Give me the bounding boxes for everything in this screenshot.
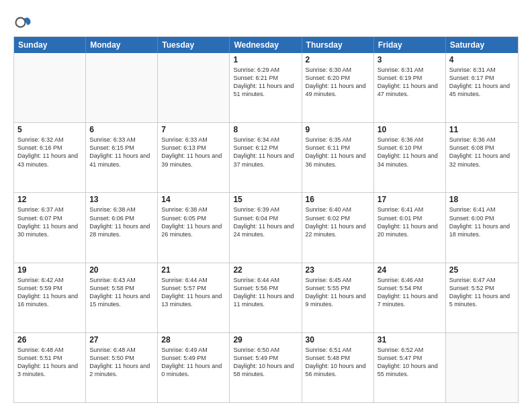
- calendar-body: 1Sunrise: 6:29 AM Sunset: 6:21 PM Daylig…: [14, 53, 518, 402]
- calendar-cell-4-4: 30Sunrise: 6:51 AM Sunset: 5:48 PM Dayli…: [302, 333, 374, 402]
- calendar-cell-3-5: 24Sunrise: 6:46 AM Sunset: 5:54 PM Dayli…: [374, 263, 446, 332]
- day-number: 27: [89, 335, 154, 345]
- calendar-cell-1-0: 5Sunrise: 6:32 AM Sunset: 6:16 PM Daylig…: [14, 123, 86, 192]
- calendar-cell-2-3: 15Sunrise: 6:39 AM Sunset: 6:04 PM Dayli…: [230, 193, 302, 262]
- cell-info: Sunrise: 6:44 AM Sunset: 5:57 PM Dayligh…: [161, 276, 226, 309]
- day-number: 26: [17, 335, 82, 345]
- calendar-cell-3-6: 25Sunrise: 6:47 AM Sunset: 5:52 PM Dayli…: [446, 263, 518, 332]
- calendar-cell-2-2: 14Sunrise: 6:38 AM Sunset: 6:05 PM Dayli…: [158, 193, 230, 262]
- day-number: 22: [233, 265, 298, 275]
- cell-info: Sunrise: 6:46 AM Sunset: 5:54 PM Dayligh…: [378, 276, 442, 309]
- calendar-cell-0-3: 1Sunrise: 6:29 AM Sunset: 6:21 PM Daylig…: [230, 53, 302, 122]
- calendar-cell-0-0: [14, 53, 86, 122]
- calendar-row-1: 5Sunrise: 6:32 AM Sunset: 6:16 PM Daylig…: [14, 122, 518, 192]
- calendar-cell-2-1: 13Sunrise: 6:38 AM Sunset: 6:06 PM Dayli…: [86, 193, 158, 262]
- day-number: 14: [161, 195, 226, 204]
- calendar: SundayMondayTuesdayWednesdayThursdayFrid…: [13, 36, 519, 403]
- day-number: 12: [17, 195, 82, 204]
- day-number: 2: [306, 55, 370, 64]
- day-number: 11: [449, 125, 515, 134]
- day-number: 17: [378, 195, 442, 204]
- day-number: 19: [17, 265, 82, 275]
- day-number: 20: [89, 265, 154, 275]
- cell-info: Sunrise: 6:47 AM Sunset: 5:52 PM Dayligh…: [449, 276, 515, 309]
- cell-info: Sunrise: 6:38 AM Sunset: 6:05 PM Dayligh…: [161, 205, 226, 238]
- calendar-cell-2-0: 12Sunrise: 6:37 AM Sunset: 6:07 PM Dayli…: [14, 193, 86, 262]
- calendar-cell-4-5: 31Sunrise: 6:52 AM Sunset: 5:47 PM Dayli…: [374, 333, 446, 402]
- cell-info: Sunrise: 6:48 AM Sunset: 5:50 PM Dayligh…: [89, 346, 154, 379]
- calendar-cell-3-3: 22Sunrise: 6:44 AM Sunset: 5:56 PM Dayli…: [230, 263, 302, 332]
- calendar-row-2: 12Sunrise: 6:37 AM Sunset: 6:07 PM Dayli…: [14, 192, 518, 262]
- cell-info: Sunrise: 6:37 AM Sunset: 6:07 PM Dayligh…: [17, 205, 82, 238]
- page: SundayMondayTuesdayWednesdayThursdayFrid…: [0, 0, 532, 411]
- day-number: 6: [89, 125, 154, 134]
- calendar-cell-4-2: 28Sunrise: 6:49 AM Sunset: 5:49 PM Dayli…: [158, 333, 230, 402]
- calendar-row-0: 1Sunrise: 6:29 AM Sunset: 6:21 PM Daylig…: [14, 53, 518, 122]
- day-number: 31: [378, 335, 442, 345]
- cell-info: Sunrise: 6:43 AM Sunset: 5:58 PM Dayligh…: [89, 276, 154, 309]
- calendar-cell-1-3: 8Sunrise: 6:34 AM Sunset: 6:12 PM Daylig…: [230, 123, 302, 192]
- calendar-cell-1-5: 10Sunrise: 6:36 AM Sunset: 6:10 PM Dayli…: [374, 123, 446, 192]
- calendar-cell-4-1: 27Sunrise: 6:48 AM Sunset: 5:50 PM Dayli…: [86, 333, 158, 402]
- calendar-cell-4-6: [446, 333, 518, 402]
- calendar-row-3: 19Sunrise: 6:42 AM Sunset: 5:59 PM Dayli…: [14, 263, 518, 332]
- header-day-saturday: Saturday: [446, 37, 518, 53]
- calendar-cell-1-6: 11Sunrise: 6:36 AM Sunset: 6:08 PM Dayli…: [446, 123, 518, 192]
- day-number: 23: [306, 265, 370, 275]
- cell-info: Sunrise: 6:41 AM Sunset: 6:00 PM Dayligh…: [449, 205, 515, 238]
- day-number: 3: [378, 55, 442, 64]
- day-number: 13: [89, 195, 154, 204]
- cell-info: Sunrise: 6:42 AM Sunset: 5:59 PM Dayligh…: [17, 276, 82, 309]
- cell-info: Sunrise: 6:36 AM Sunset: 6:10 PM Dayligh…: [378, 136, 442, 169]
- logo: [13, 12, 35, 31]
- cell-info: Sunrise: 6:31 AM Sunset: 6:19 PM Dayligh…: [378, 66, 442, 99]
- calendar-header: SundayMondayTuesdayWednesdayThursdayFrid…: [14, 37, 518, 53]
- cell-info: Sunrise: 6:30 AM Sunset: 6:20 PM Dayligh…: [306, 66, 370, 99]
- day-number: 8: [233, 125, 298, 134]
- cell-info: Sunrise: 6:32 AM Sunset: 6:16 PM Dayligh…: [17, 136, 82, 169]
- cell-info: Sunrise: 6:48 AM Sunset: 5:51 PM Dayligh…: [17, 346, 82, 379]
- cell-info: Sunrise: 6:39 AM Sunset: 6:04 PM Dayligh…: [233, 205, 298, 238]
- calendar-cell-0-2: [158, 53, 230, 122]
- cell-info: Sunrise: 6:49 AM Sunset: 5:49 PM Dayligh…: [161, 346, 226, 379]
- header-day-tuesday: Tuesday: [158, 37, 230, 53]
- header-day-sunday: Sunday: [14, 37, 86, 53]
- calendar-cell-4-0: 26Sunrise: 6:48 AM Sunset: 5:51 PM Dayli…: [14, 333, 86, 402]
- calendar-cell-4-3: 29Sunrise: 6:50 AM Sunset: 5:49 PM Dayli…: [230, 333, 302, 402]
- day-number: 28: [161, 335, 226, 345]
- calendar-cell-0-4: 2Sunrise: 6:30 AM Sunset: 6:20 PM Daylig…: [302, 53, 374, 122]
- cell-info: Sunrise: 6:31 AM Sunset: 6:17 PM Dayligh…: [449, 66, 515, 99]
- calendar-cell-3-4: 23Sunrise: 6:45 AM Sunset: 5:55 PM Dayli…: [302, 263, 374, 332]
- calendar-cell-2-5: 17Sunrise: 6:41 AM Sunset: 6:01 PM Dayli…: [374, 193, 446, 262]
- svg-point-0: [16, 17, 26, 27]
- cell-info: Sunrise: 6:33 AM Sunset: 6:13 PM Dayligh…: [161, 136, 226, 169]
- cell-info: Sunrise: 6:35 AM Sunset: 6:11 PM Dayligh…: [306, 136, 370, 169]
- header-day-wednesday: Wednesday: [230, 37, 302, 53]
- header-day-thursday: Thursday: [302, 37, 374, 53]
- calendar-cell-1-2: 7Sunrise: 6:33 AM Sunset: 6:13 PM Daylig…: [158, 123, 230, 192]
- cell-info: Sunrise: 6:40 AM Sunset: 6:02 PM Dayligh…: [306, 205, 370, 238]
- logo-icon: [13, 12, 32, 31]
- header: [13, 12, 519, 31]
- day-number: 4: [449, 55, 515, 64]
- day-number: 21: [161, 265, 226, 275]
- cell-info: Sunrise: 6:52 AM Sunset: 5:47 PM Dayligh…: [378, 346, 442, 379]
- calendar-cell-2-6: 18Sunrise: 6:41 AM Sunset: 6:00 PM Dayli…: [446, 193, 518, 262]
- calendar-cell-0-6: 4Sunrise: 6:31 AM Sunset: 6:17 PM Daylig…: [446, 53, 518, 122]
- calendar-cell-1-4: 9Sunrise: 6:35 AM Sunset: 6:11 PM Daylig…: [302, 123, 374, 192]
- cell-info: Sunrise: 6:41 AM Sunset: 6:01 PM Dayligh…: [378, 205, 442, 238]
- day-number: 16: [306, 195, 370, 204]
- cell-info: Sunrise: 6:29 AM Sunset: 6:21 PM Dayligh…: [233, 66, 298, 99]
- calendar-row-4: 26Sunrise: 6:48 AM Sunset: 5:51 PM Dayli…: [14, 332, 518, 402]
- cell-info: Sunrise: 6:36 AM Sunset: 6:08 PM Dayligh…: [449, 136, 515, 169]
- day-number: 9: [306, 125, 370, 134]
- cell-info: Sunrise: 6:34 AM Sunset: 6:12 PM Dayligh…: [233, 136, 298, 169]
- calendar-cell-0-1: [86, 53, 158, 122]
- day-number: 29: [233, 335, 298, 345]
- calendar-cell-3-0: 19Sunrise: 6:42 AM Sunset: 5:59 PM Dayli…: [14, 263, 86, 332]
- cell-info: Sunrise: 6:51 AM Sunset: 5:48 PM Dayligh…: [306, 346, 370, 379]
- day-number: 1: [233, 55, 298, 64]
- calendar-cell-3-1: 20Sunrise: 6:43 AM Sunset: 5:58 PM Dayli…: [86, 263, 158, 332]
- day-number: 18: [449, 195, 515, 204]
- day-number: 30: [306, 335, 370, 345]
